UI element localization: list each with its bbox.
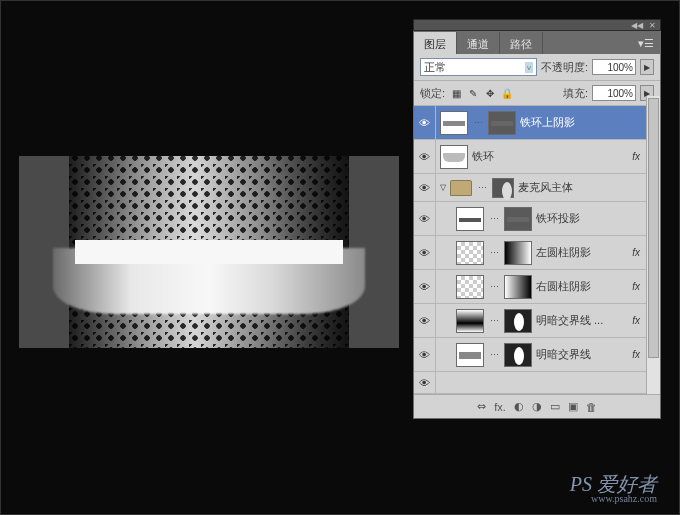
layer-thumbnail[interactable] (456, 275, 484, 299)
visibility-toggle[interactable]: 👁 (414, 140, 436, 173)
layer-thumbnail[interactable] (440, 111, 468, 135)
layer-name[interactable]: 铁环上阴影 (520, 115, 658, 130)
layer-mask-thumbnail[interactable] (504, 309, 532, 333)
lock-transparency-icon[interactable]: ▦ (449, 86, 463, 100)
blend-mode-value: 正常 (424, 60, 446, 75)
fx-badge[interactable]: fx (630, 151, 642, 162)
layer-list: 👁 ⋯ 铁环上阴影 👁 铁环 fx ▸ 👁 ▽ ⋯ 麦克风主体 👁 ⋯ (414, 106, 660, 394)
opacity-input[interactable]: 100% (592, 59, 636, 75)
panel-tabs: 图层 通道 路径 ▾☰ (414, 32, 660, 54)
lock-all-icon[interactable]: 🔒 (500, 86, 514, 100)
layer-row[interactable]: 👁 ⋯ 明暗交界线 ... fx ▸ (414, 304, 660, 338)
visibility-toggle[interactable]: 👁 (414, 106, 436, 139)
layer-row[interactable]: 👁 ⋯ 右圆柱阴影 fx ▸ (414, 270, 660, 304)
visibility-toggle[interactable]: 👁 (414, 338, 436, 371)
layer-thumbnail[interactable] (440, 145, 468, 169)
mask-link-icon[interactable]: ⋯ (488, 209, 500, 229)
layer-row[interactable]: 👁 ⋯ 明暗交界线 fx ▸ (414, 338, 660, 372)
layer-thumbnail[interactable] (456, 343, 484, 367)
layer-mask-thumbnail[interactable] (504, 275, 532, 299)
opacity-flyout-button[interactable]: ▶ (640, 59, 654, 75)
mask-link-icon[interactable]: ⋯ (472, 113, 484, 133)
layer-group-row[interactable]: 👁 ▽ ⋯ 麦克风主体 (414, 174, 660, 202)
layer-row[interactable]: 👁 ⋯ 左圆柱阴影 fx ▸ (414, 236, 660, 270)
new-layer-icon[interactable]: ▣ (568, 400, 578, 413)
blend-opacity-row: 正常 v 不透明度: 100% ▶ (414, 54, 660, 81)
scrollbar-thumb[interactable] (648, 98, 659, 358)
new-group-icon[interactable]: ▭ (550, 400, 560, 413)
layer-name[interactable]: 铁环投影 (536, 211, 658, 226)
mask-link-icon[interactable]: ⋯ (488, 277, 500, 297)
panel-close-icon: ✕ (649, 21, 656, 30)
layer-name[interactable]: 左圆柱阴影 (536, 245, 626, 260)
layer-row[interactable]: 👁 ⋯ 铁环上阴影 (414, 106, 660, 140)
layers-panel-footer: ⇔ fx. ◐ ◑ ▭ ▣ 🗑 (414, 394, 660, 418)
layer-thumbnail[interactable] (456, 207, 484, 231)
mask-link-icon[interactable]: ⋯ (488, 243, 500, 263)
opacity-label: 不透明度: (541, 60, 588, 75)
group-mask-thumbnail[interactable] (492, 178, 514, 198)
panel-collapse-bar[interactable]: ◀◀ ✕ (413, 19, 661, 31)
visibility-toggle[interactable]: 👁 (414, 372, 436, 393)
layer-mask-thumbnail[interactable] (488, 111, 516, 135)
watermark-url: www.psahz.com (570, 494, 657, 504)
watermark: PS 爱好者 www.psahz.com (570, 474, 657, 504)
fx-badge[interactable]: fx (630, 315, 642, 326)
lock-label: 锁定: (420, 86, 445, 101)
tab-layers[interactable]: 图层 (414, 32, 457, 54)
visibility-toggle[interactable]: 👁 (414, 304, 436, 337)
group-expand-icon[interactable]: ▽ (440, 183, 446, 192)
lock-position-icon[interactable]: ✥ (483, 86, 497, 100)
fx-menu-icon[interactable]: fx. (494, 401, 506, 413)
link-layers-icon[interactable]: ⇔ (477, 400, 486, 413)
layer-name[interactable]: 铁环 (472, 149, 626, 164)
delete-layer-icon[interactable]: 🗑 (586, 401, 597, 413)
add-mask-icon[interactable]: ◐ (514, 400, 524, 413)
layers-scrollbar[interactable] (646, 96, 660, 394)
layer-thumbnail[interactable] (456, 241, 484, 265)
lock-paint-icon[interactable]: ✎ (466, 86, 480, 100)
mask-link-icon[interactable]: ⋯ (488, 345, 500, 365)
fill-input[interactable]: 100% (592, 85, 636, 101)
layer-row-partial[interactable]: 👁 (414, 372, 660, 394)
layers-panel: 图层 通道 路径 ▾☰ 正常 v 不透明度: 100% ▶ 锁定: ▦ ✎ ✥ … (413, 31, 661, 419)
mask-link-icon[interactable]: ⋯ (488, 311, 500, 331)
mic-ring-highlight (75, 240, 343, 264)
collapse-arrows-icon: ◀◀ (631, 21, 643, 30)
fx-badge[interactable]: fx (630, 281, 642, 292)
layer-name[interactable]: 明暗交界线 (536, 347, 626, 362)
panel-menu-icon[interactable]: ▾☰ (632, 32, 660, 54)
fx-badge[interactable]: fx (630, 349, 642, 360)
layer-thumbnail[interactable] (456, 309, 484, 333)
layer-row[interactable]: 👁 ⋯ 铁环投影 (414, 202, 660, 236)
tab-channels[interactable]: 通道 (457, 32, 500, 54)
folder-icon (450, 180, 472, 196)
layer-row[interactable]: 👁 铁环 fx ▸ (414, 140, 660, 174)
layer-mask-thumbnail[interactable] (504, 343, 532, 367)
document-canvas[interactable] (19, 156, 399, 348)
watermark-brand: PS 爱好者 (570, 473, 657, 495)
layer-name[interactable]: 右圆柱阴影 (536, 279, 626, 294)
fx-badge[interactable]: fx (630, 247, 642, 258)
layer-name[interactable]: 麦克风主体 (518, 180, 658, 195)
blend-mode-select[interactable]: 正常 v (420, 58, 537, 76)
lock-fill-row: 锁定: ▦ ✎ ✥ 🔒 填充: 100% ▶ (414, 81, 660, 106)
visibility-toggle[interactable]: 👁 (414, 236, 436, 269)
visibility-toggle[interactable]: 👁 (414, 270, 436, 303)
chevron-down-icon: v (525, 62, 533, 73)
tab-paths[interactable]: 路径 (500, 32, 543, 54)
mask-link-icon[interactable]: ⋯ (476, 178, 488, 198)
layer-mask-thumbnail[interactable] (504, 241, 532, 265)
visibility-toggle[interactable]: 👁 (414, 174, 436, 201)
layer-name[interactable]: 明暗交界线 ... (536, 313, 626, 328)
layer-mask-thumbnail[interactable] (504, 207, 532, 231)
new-adjustment-icon[interactable]: ◑ (532, 400, 542, 413)
visibility-toggle[interactable]: 👁 (414, 202, 436, 235)
fill-label: 填充: (563, 86, 588, 101)
